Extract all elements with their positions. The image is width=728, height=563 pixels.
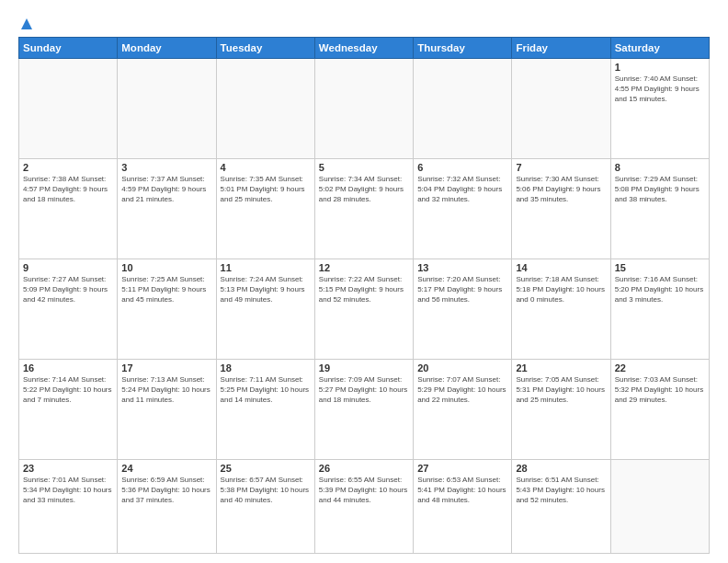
calendar-cell: 19Sunrise: 7:09 AM Sunset: 5:27 PM Dayli… (314, 360, 413, 460)
day-info: Sunrise: 7:40 AM Sunset: 4:55 PM Dayligh… (615, 75, 705, 104)
day-info: Sunrise: 6:55 AM Sunset: 5:39 PM Dayligh… (319, 476, 409, 505)
day-info: Sunrise: 7:09 AM Sunset: 5:27 PM Dayligh… (319, 375, 409, 405)
day-number: 10 (121, 262, 211, 273)
day-number: 20 (417, 362, 507, 373)
calendar-cell: 17Sunrise: 7:13 AM Sunset: 5:24 PM Dayli… (118, 360, 216, 460)
day-number: 5 (319, 162, 409, 173)
day-info: Sunrise: 7:13 AM Sunset: 5:24 PM Dayligh… (121, 375, 211, 405)
day-number: 16 (23, 362, 113, 373)
day-info: Sunrise: 7:01 AM Sunset: 5:34 PM Dayligh… (23, 476, 113, 505)
calendar-cell (314, 59, 413, 159)
calendar-week-row: 2Sunrise: 7:38 AM Sunset: 4:57 PM Daylig… (19, 159, 710, 259)
calendar-cell (19, 59, 118, 159)
calendar-cell: 8Sunrise: 7:29 AM Sunset: 5:08 PM Daylig… (610, 159, 709, 259)
day-number: 24 (121, 463, 211, 474)
weekday-header: Wednesday (314, 38, 413, 59)
day-number: 6 (417, 162, 507, 173)
calendar-table: SundayMondayTuesdayWednesdayThursdayFrid… (18, 37, 710, 554)
day-info: Sunrise: 7:22 AM Sunset: 5:15 PM Dayligh… (319, 275, 409, 304)
weekday-header: Saturday (610, 38, 709, 59)
weekday-header: Monday (118, 38, 216, 59)
day-number: 11 (221, 262, 311, 273)
day-info: Sunrise: 7:11 AM Sunset: 5:25 PM Dayligh… (221, 375, 311, 405)
day-number: 4 (221, 162, 311, 173)
calendar-cell: 9Sunrise: 7:27 AM Sunset: 5:09 PM Daylig… (19, 259, 118, 360)
day-number: 2 (23, 162, 113, 173)
day-number: 21 (516, 362, 606, 373)
day-number: 7 (516, 162, 606, 173)
day-number: 18 (221, 362, 311, 373)
day-info: Sunrise: 7:32 AM Sunset: 5:04 PM Dayligh… (417, 175, 507, 204)
day-info: Sunrise: 6:59 AM Sunset: 5:36 PM Dayligh… (121, 476, 211, 505)
day-info: Sunrise: 7:24 AM Sunset: 5:13 PM Dayligh… (221, 275, 311, 304)
weekday-header: Sunday (19, 38, 118, 59)
day-number: 1 (615, 62, 705, 73)
calendar-header-row: SundayMondayTuesdayWednesdayThursdayFrid… (19, 38, 710, 59)
calendar-cell (216, 59, 314, 159)
calendar-cell: 5Sunrise: 7:34 AM Sunset: 5:02 PM Daylig… (314, 159, 413, 259)
calendar-week-row: 23Sunrise: 7:01 AM Sunset: 5:34 PM Dayli… (19, 460, 710, 554)
day-number: 9 (23, 262, 113, 273)
day-info: Sunrise: 7:34 AM Sunset: 5:02 PM Dayligh… (319, 175, 409, 204)
calendar-cell: 16Sunrise: 7:14 AM Sunset: 5:22 PM Dayli… (19, 360, 118, 460)
day-info: Sunrise: 7:20 AM Sunset: 5:17 PM Dayligh… (417, 275, 507, 304)
weekday-header: Thursday (414, 38, 512, 59)
header (18, 17, 710, 29)
day-number: 15 (615, 262, 705, 273)
calendar-cell: 11Sunrise: 7:24 AM Sunset: 5:13 PM Dayli… (216, 259, 314, 360)
logo-icon (19, 17, 34, 31)
svg-marker-0 (21, 18, 32, 29)
day-info: Sunrise: 7:05 AM Sunset: 5:31 PM Dayligh… (516, 375, 606, 405)
calendar-cell: 20Sunrise: 7:07 AM Sunset: 5:29 PM Dayli… (414, 360, 512, 460)
day-info: Sunrise: 7:14 AM Sunset: 5:22 PM Dayligh… (23, 375, 113, 405)
calendar-cell: 26Sunrise: 6:55 AM Sunset: 5:39 PM Dayli… (314, 460, 413, 554)
calendar-cell: 22Sunrise: 7:03 AM Sunset: 5:32 PM Dayli… (610, 360, 709, 460)
calendar-cell: 4Sunrise: 7:35 AM Sunset: 5:01 PM Daylig… (216, 159, 314, 259)
day-number: 13 (417, 262, 507, 273)
day-info: Sunrise: 6:51 AM Sunset: 5:43 PM Dayligh… (516, 476, 606, 505)
calendar-cell: 13Sunrise: 7:20 AM Sunset: 5:17 PM Dayli… (414, 259, 512, 360)
day-info: Sunrise: 7:25 AM Sunset: 5:11 PM Dayligh… (121, 275, 211, 304)
logo (18, 17, 35, 29)
day-info: Sunrise: 7:38 AM Sunset: 4:57 PM Dayligh… (23, 175, 113, 204)
day-number: 14 (516, 262, 606, 273)
calendar-cell: 18Sunrise: 7:11 AM Sunset: 5:25 PM Dayli… (216, 360, 314, 460)
calendar-cell: 10Sunrise: 7:25 AM Sunset: 5:11 PM Dayli… (118, 259, 216, 360)
calendar-cell: 12Sunrise: 7:22 AM Sunset: 5:15 PM Dayli… (314, 259, 413, 360)
day-number: 22 (615, 362, 705, 373)
day-number: 12 (319, 262, 409, 273)
day-info: Sunrise: 7:07 AM Sunset: 5:29 PM Dayligh… (417, 375, 507, 405)
day-info: Sunrise: 6:53 AM Sunset: 5:41 PM Dayligh… (417, 476, 507, 505)
day-info: Sunrise: 7:37 AM Sunset: 4:59 PM Dayligh… (121, 175, 211, 204)
calendar-cell: 14Sunrise: 7:18 AM Sunset: 5:18 PM Dayli… (512, 259, 610, 360)
day-info: Sunrise: 7:03 AM Sunset: 5:32 PM Dayligh… (615, 375, 705, 405)
day-info: Sunrise: 7:35 AM Sunset: 5:01 PM Dayligh… (221, 175, 311, 204)
day-number: 26 (319, 463, 409, 474)
day-info: Sunrise: 7:29 AM Sunset: 5:08 PM Dayligh… (615, 175, 705, 204)
day-info: Sunrise: 6:57 AM Sunset: 5:38 PM Dayligh… (221, 476, 311, 505)
calendar-cell: 2Sunrise: 7:38 AM Sunset: 4:57 PM Daylig… (19, 159, 118, 259)
calendar-cell: 28Sunrise: 6:51 AM Sunset: 5:43 PM Dayli… (512, 460, 610, 554)
calendar-cell: 21Sunrise: 7:05 AM Sunset: 5:31 PM Dayli… (512, 360, 610, 460)
calendar-cell (512, 59, 610, 159)
day-number: 17 (121, 362, 211, 373)
day-info: Sunrise: 7:27 AM Sunset: 5:09 PM Dayligh… (23, 275, 113, 304)
day-number: 8 (615, 162, 705, 173)
day-number: 27 (417, 463, 507, 474)
weekday-header: Tuesday (216, 38, 314, 59)
calendar-cell: 27Sunrise: 6:53 AM Sunset: 5:41 PM Dayli… (414, 460, 512, 554)
calendar-week-row: 1Sunrise: 7:40 AM Sunset: 4:55 PM Daylig… (19, 59, 710, 159)
calendar-cell (118, 59, 216, 159)
calendar-cell: 23Sunrise: 7:01 AM Sunset: 5:34 PM Dayli… (19, 460, 118, 554)
day-info: Sunrise: 7:30 AM Sunset: 5:06 PM Dayligh… (516, 175, 606, 204)
calendar-week-row: 16Sunrise: 7:14 AM Sunset: 5:22 PM Dayli… (19, 360, 710, 460)
calendar-cell: 7Sunrise: 7:30 AM Sunset: 5:06 PM Daylig… (512, 159, 610, 259)
day-number: 28 (516, 463, 606, 474)
calendar-week-row: 9Sunrise: 7:27 AM Sunset: 5:09 PM Daylig… (19, 259, 710, 360)
calendar-cell (414, 59, 512, 159)
calendar-cell: 3Sunrise: 7:37 AM Sunset: 4:59 PM Daylig… (118, 159, 216, 259)
page: SundayMondayTuesdayWednesdayThursdayFrid… (0, 0, 728, 563)
calendar-cell: 6Sunrise: 7:32 AM Sunset: 5:04 PM Daylig… (414, 159, 512, 259)
calendar-cell: 15Sunrise: 7:16 AM Sunset: 5:20 PM Dayli… (610, 259, 709, 360)
day-number: 3 (121, 162, 211, 173)
